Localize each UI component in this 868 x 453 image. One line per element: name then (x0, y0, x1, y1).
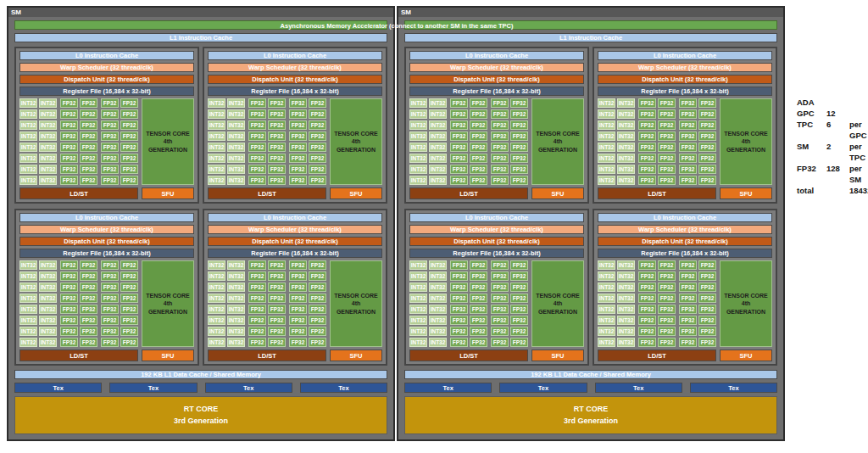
stats-note: per TPC (849, 141, 868, 163)
int32-cell: INT32 (227, 98, 245, 108)
fp32-cell: FP32 (470, 98, 487, 108)
fp32-cell: FP32 (268, 131, 286, 141)
fp32-cell: FP32 (698, 109, 716, 119)
fp32-cell: FP32 (60, 176, 78, 185)
fp32-column-group: FP32FP32FP32FP32FP32FP32FP32FP32FP32FP32… (248, 260, 286, 347)
tex-row: TexTexTexTex (14, 383, 387, 393)
fp32-cell: FP32 (510, 327, 528, 336)
fp32-cell: FP32 (491, 294, 509, 303)
stats-value: 12 (826, 108, 849, 119)
fp32-cell: FP32 (658, 143, 676, 152)
exec-row: LD/ST SFU (208, 187, 382, 199)
stats-value (826, 185, 849, 196)
fp32-cell: FP32 (101, 260, 119, 270)
int32-cell: INT32 (19, 305, 37, 314)
tensor-core-block: TENSOR CORE 4th GENERATION (720, 98, 772, 185)
fp32-cell: FP32 (120, 282, 138, 292)
int32-cell: INT32 (617, 176, 635, 185)
fp32-cell: FP32 (60, 165, 78, 174)
fp32-cell: FP32 (309, 260, 326, 270)
tensor-core-title: TENSOR CORE (146, 130, 189, 137)
tensor-core-gen-number: 4th (352, 137, 361, 145)
fp32-cell: FP32 (248, 98, 266, 108)
int32-cell: INT32 (227, 271, 245, 281)
warp-scheduler-bar: Warp Scheduler (32 thread/clk) (19, 225, 194, 234)
int32-cell: INT32 (617, 294, 635, 303)
tensor-core-gen-number: 4th (742, 137, 751, 145)
int32-cell: INT32 (227, 165, 245, 174)
int32-cell: INT32 (208, 282, 225, 292)
int32-cell: INT32 (19, 131, 37, 141)
fp32-cell: FP32 (698, 143, 716, 152)
fp32-cell: FP32 (658, 176, 676, 185)
stats-name: GPC (797, 108, 826, 119)
fp32-cell: FP32 (470, 282, 487, 292)
fp32-cell: FP32 (248, 294, 266, 303)
fp32-cell: FP32 (679, 260, 697, 270)
fp32-cell: FP32 (289, 294, 307, 303)
sfu-bar: SFU (531, 187, 584, 199)
fp32-cell: FP32 (450, 154, 468, 163)
rt-core-block: RT CORE 3rd Generation (14, 396, 387, 434)
int32-cell: INT32 (39, 305, 57, 314)
sm-block: SM L1 Instruction Cache L0 Instruction C… (397, 6, 785, 441)
int32-cell: INT32 (429, 305, 447, 314)
fp32-cell: FP32 (289, 305, 307, 314)
sfu-bar: SFU (142, 350, 194, 361)
fp32-cell: FP32 (309, 120, 326, 130)
warp-scheduler-bar: Warp Scheduler (32 thread/clk) (409, 63, 584, 72)
fp32-cell: FP32 (450, 338, 468, 347)
register-file-bar: Register File (16,384 x 32-bit) (409, 87, 584, 96)
rt-core-block: RT CORE 3rd Generation (404, 396, 777, 434)
fp32-cell: FP32 (679, 109, 697, 119)
fp32-cell: FP32 (470, 109, 487, 119)
register-file-bar: Register File (16,384 x 32-bit) (19, 249, 194, 258)
int32-cell: INT32 (409, 165, 427, 174)
dispatch-unit-bar: Dispatch Unit (32 thread/clk) (19, 237, 194, 246)
tensor-core-gen-word: GENERATION (337, 308, 376, 316)
fp32-cell: FP32 (450, 98, 468, 108)
sfu-bar: SFU (330, 187, 382, 199)
fp32-cell: FP32 (470, 131, 487, 141)
l1-instruction-cache-bar: L1 Instruction Cache (404, 33, 777, 42)
fp32-cell: FP32 (60, 154, 78, 163)
int32-cell: INT32 (208, 294, 225, 303)
tex-unit: Tex (205, 383, 292, 393)
ldst-bar: LD/ST (208, 187, 326, 199)
fp32-cell: FP32 (248, 154, 266, 163)
register-file-bar: Register File (16,384 x 32-bit) (409, 249, 584, 258)
exec-row: LD/ST SFU (19, 350, 194, 361)
fp32-cell: FP32 (101, 176, 119, 185)
fp32-cell: FP32 (101, 316, 119, 325)
core-grid: INT32INT32INT32INT32INT32INT32INT32INT32… (409, 260, 584, 347)
fp32-cell: FP32 (248, 327, 266, 336)
core-grid: INT32INT32INT32INT32INT32INT32INT32INT32… (409, 98, 584, 185)
tensor-core-gen-number: 4th (554, 299, 563, 307)
fp32-cell: FP32 (638, 143, 656, 152)
tensor-core-gen-number: 4th (164, 137, 173, 145)
sfu-bar: SFU (531, 350, 584, 361)
int32-cell: INT32 (208, 98, 225, 108)
int32-cell: INT32 (39, 294, 57, 303)
int32-cell: INT32 (617, 131, 635, 141)
stats-rows: GPC12TPC6per GPCSM2per TPCFP32128per SMt… (797, 108, 868, 196)
tensor-core-gen-word: GENERATION (726, 308, 765, 316)
stats-note: 18432 (849, 185, 868, 196)
int32-column-group: INT32INT32INT32INT32INT32INT32INT32INT32… (598, 98, 635, 185)
fp32-cell: FP32 (658, 131, 676, 141)
fp32-cell: FP32 (470, 294, 487, 303)
int32-cell: INT32 (409, 98, 427, 108)
fp32-cell: FP32 (60, 109, 78, 119)
int32-cell: INT32 (409, 294, 427, 303)
fp32-cell: FP32 (120, 154, 138, 163)
fp32-cell: FP32 (289, 282, 307, 292)
fp32-cell: FP32 (658, 305, 676, 314)
fp32-column-group: FP32FP32FP32FP32FP32FP32FP32FP32FP32FP32… (248, 98, 286, 185)
dispatch-unit-bar: Dispatch Unit (32 thread/clk) (208, 237, 382, 246)
tex-unit: Tex (14, 383, 102, 393)
fp32-cell: FP32 (309, 316, 326, 325)
fp32-cell: FP32 (248, 305, 266, 314)
fp32-cell: FP32 (101, 294, 119, 303)
ldst-bar: LD/ST (19, 187, 138, 199)
fp32-cell: FP32 (289, 109, 307, 119)
